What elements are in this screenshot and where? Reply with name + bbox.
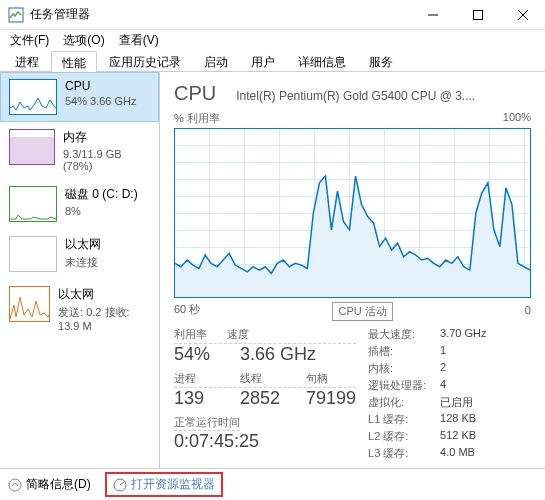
v-l3: 4.0 MB [440,446,475,461]
svg-line-8 [120,482,124,485]
k-sockets: 插槽: [368,344,440,359]
sidebar-disk-sub: 8% [65,205,138,217]
k-virt: 虚拟化: [368,395,440,410]
tab-services[interactable]: 服务 [358,50,404,71]
v-maxspeed: 3.70 GHz [440,327,486,342]
v-sockets: 1 [440,344,446,359]
open-resource-monitor-button[interactable]: 打开资源监视器 [105,472,223,497]
svg-rect-2 [473,10,482,19]
sidebar: CPU54% 3.66 GHz 内存9.3/11.9 GB (78%) 磁盘 0… [0,72,160,468]
sidebar-cpu-name: CPU [65,79,137,93]
value-handles: 79199 [306,388,356,409]
sidebar-eth0-sub: 未连接 [65,255,101,270]
value-speed: 3.66 GHz [240,344,316,365]
v-virt: 已启用 [440,395,473,410]
app-icon [8,7,24,23]
menu-view[interactable]: 查看(V) [113,30,165,51]
chart-tooltip: CPU 活动 [332,302,392,321]
value-uptime: 0:07:45:25 [174,431,356,452]
sidebar-item-disk[interactable]: 磁盘 0 (C: D:)8% [0,179,159,229]
k-l2: L2 缓存: [368,429,440,444]
sidebar-item-cpu[interactable]: CPU54% 3.66 GHz [0,72,159,122]
sidebar-mem-sub: 9.3/11.9 GB (78%) [63,148,150,172]
label-handles: 句柄 [306,371,352,386]
tab-users[interactable]: 用户 [240,50,286,71]
chevron-up-icon [8,478,22,492]
label-threads: 线程 [240,371,286,386]
menu-options[interactable]: 选项(O) [57,30,110,51]
k-l1: L1 缓存: [368,412,440,427]
minimize-button[interactable] [410,0,455,30]
sidebar-disk-name: 磁盘 0 (C: D:) [65,186,138,203]
k-cores: 内核: [368,361,440,376]
tab-processes[interactable]: 进程 [4,50,50,71]
brief-info-button[interactable]: 简略信息(D) [8,476,91,493]
page-title: CPU [174,82,216,105]
sidebar-eth1-name: 以太网 [58,286,150,303]
brief-label: 简略信息(D) [26,476,91,493]
v-l2: 512 KB [440,429,476,444]
tab-performance[interactable]: 性能 [51,51,97,72]
main-panel: CPU Intel(R) Pentium(R) Gold G5400 CPU @… [160,72,545,468]
sidebar-eth1-sub: 发送: 0.2 接收: 13.9 M [58,305,150,332]
label-speed: 速度 [227,327,249,342]
value-util: 54% [174,344,220,365]
k-logical: 逻辑处理器: [368,378,440,393]
tab-startup[interactable]: 启动 [193,50,239,71]
sidebar-eth0-name: 以太网 [65,236,101,253]
svg-point-6 [9,479,21,491]
label-util: 利用率 [174,327,207,342]
k-l3: L3 缓存: [368,446,440,461]
cpu-description: Intel(R) Pentium(R) Gold G5400 CPU @ 3..… [236,89,531,103]
chart-label-0: 0 [525,304,531,316]
monitor-icon [113,478,127,492]
maximize-button[interactable] [455,0,500,30]
label-uptime: 正常运行时间 [174,415,240,431]
value-proc: 139 [174,388,220,409]
v-logical: 4 [440,378,446,393]
sidebar-mem-name: 内存 [63,129,150,146]
sidebar-item-memory[interactable]: 内存9.3/11.9 GB (78%) [0,122,159,179]
sidebar-item-eth0[interactable]: 以太网未连接 [0,229,159,279]
window-title: 任务管理器 [30,6,410,23]
resmon-label: 打开资源监视器 [131,476,215,493]
sidebar-cpu-sub: 54% 3.66 GHz [65,95,137,107]
v-cores: 2 [440,361,446,376]
tab-details[interactable]: 详细信息 [287,50,357,71]
cpu-chart[interactable] [174,128,531,298]
value-threads: 2852 [240,388,286,409]
chart-label-util: % 利用率 [174,111,220,126]
v-l1: 128 KB [440,412,476,427]
close-button[interactable] [500,0,545,30]
sidebar-item-eth1[interactable]: 以太网发送: 0.2 接收: 13.9 M [0,279,159,339]
tab-history[interactable]: 应用历史记录 [98,50,192,71]
menu-file[interactable]: 文件(F) [4,30,55,51]
svg-marker-5 [175,176,530,297]
chart-label-100: 100% [503,111,531,126]
chart-label-60s: 60 秒 [174,302,200,317]
k-maxspeed: 最大速度: [368,327,440,342]
label-proc: 进程 [174,371,220,386]
